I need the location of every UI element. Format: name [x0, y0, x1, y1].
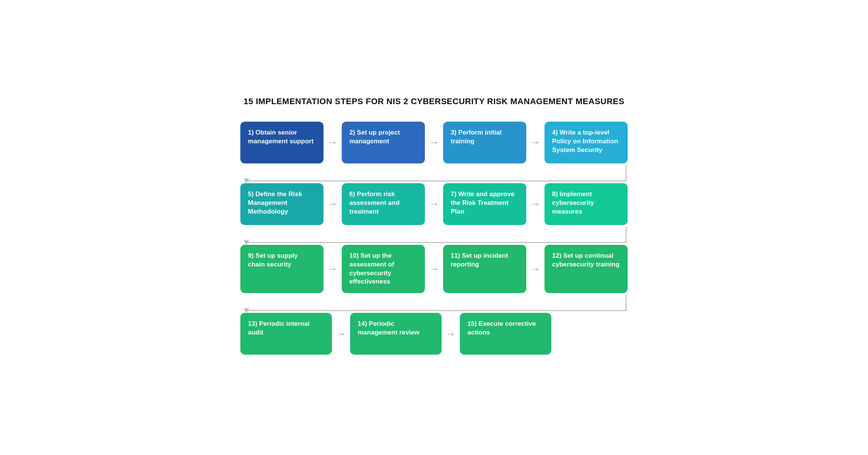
step-7: 7) Write and approve the Risk Treatment … [443, 183, 526, 225]
step-9: 9) Set up supply chain security [240, 245, 324, 293]
arrow-3-4: → [526, 122, 544, 163]
step-13: 13) Periodic internal audit [240, 313, 332, 355]
row-3: 9) Set up supply chain security → 10) Se… [240, 245, 628, 293]
arrow-11-12: → [526, 245, 544, 293]
step-6: 6) Perform risk assessment and treatment [342, 183, 425, 225]
step-10: 10) Set up the assessment of cybersecuri… [342, 245, 425, 293]
step-2: 2) Set up project management [342, 122, 425, 163]
row-1: 1) Obtain senior management support → 2)… [240, 122, 628, 163]
arrow-2-3: → [425, 122, 443, 163]
connector-svg-1-2 [240, 163, 628, 183]
connector-svg-2-3 [240, 225, 628, 245]
step-4: 4) Write a top-level Policy on Informati… [544, 122, 628, 163]
main-container: 15 IMPLEMENTATION STEPS FOR NIS 2 CYBERS… [225, 85, 643, 370]
arrow-9-10: → [324, 245, 342, 293]
arrow-7-8: → [526, 183, 544, 225]
step-14: 14) Periodic management review [350, 313, 442, 355]
step-5: 5) Define the Risk Management Methodolog… [240, 183, 324, 225]
step-1: 1) Obtain senior management support [240, 122, 324, 163]
connector-svg-3-4 [240, 293, 628, 313]
step-15: 15) Execute corrective actions [460, 313, 551, 355]
step-3: 3) Perform initial training [443, 122, 526, 163]
arrow-6-7: → [425, 183, 443, 225]
step-12: 12) Set up continual cybersecurity train… [544, 245, 628, 293]
spacer-row4 [551, 313, 628, 355]
step-8: 8) Implement cybersecurity measures [544, 183, 628, 225]
row-2: 5) Define the Risk Management Methodolog… [240, 183, 628, 225]
steps-diagram: 1) Obtain senior management support → 2)… [240, 122, 628, 355]
row-4: 13) Periodic internal audit → 14) Period… [240, 313, 628, 355]
connector-3-4 [240, 293, 628, 313]
page-title: 15 IMPLEMENTATION STEPS FOR NIS 2 CYBERS… [240, 97, 628, 106]
arrow-10-11: → [425, 245, 443, 293]
connector-1-2 [240, 163, 628, 183]
arrow-14-15: → [442, 313, 460, 355]
arrow-13-14: → [332, 313, 350, 355]
arrow-1-2: → [324, 122, 342, 163]
arrow-5-6: → [324, 183, 342, 225]
step-11: 11) Set up incident reporting [443, 245, 526, 293]
connector-2-3 [240, 225, 628, 245]
